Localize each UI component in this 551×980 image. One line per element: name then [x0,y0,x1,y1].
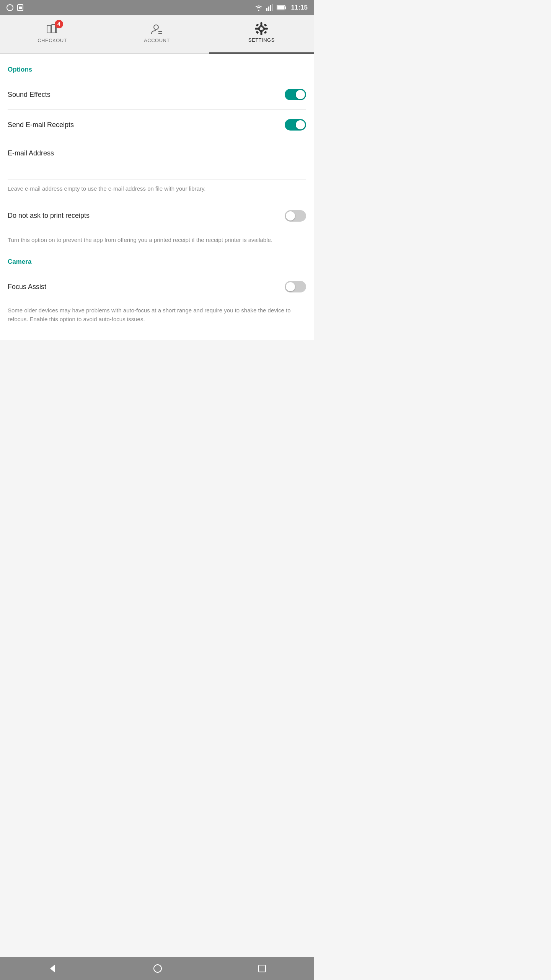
email-address-section: E-mail Address [8,140,306,160]
checkout-badge: 4 [55,20,63,28]
focus-assist-toggle[interactable] [285,281,306,292]
sim-icon [17,4,24,11]
send-email-receipts-toggle[interactable] [285,119,306,131]
settings-icon-container [254,22,268,36]
svg-rect-21 [261,33,262,35]
sound-effects-toggle[interactable] [285,89,306,100]
settings-content: Options Sound Effects Send E-mail Receip… [0,54,314,340]
focus-assist-row: Focus Assist [8,272,306,302]
email-helper-text: Leave e-mail address empty to use the e-… [8,180,306,201]
svg-rect-8 [285,7,286,9]
focus-assist-label: Focus Assist [8,283,46,291]
svg-rect-6 [272,4,273,11]
svg-rect-3 [266,8,267,11]
svg-rect-25 [264,24,267,26]
camera-section-header: Camera [8,258,306,266]
do-not-print-row: Do not ask to print receipts [8,201,306,231]
do-not-print-description: Turn this option on to prevent the app f… [8,231,306,252]
tab-account-label: ACCOUNT [144,38,170,43]
svg-rect-4 [268,7,269,11]
tab-account[interactable]: ACCOUNT [104,15,209,53]
tab-checkout-label: CHECKOUT [37,38,67,43]
focus-assist-description: Some older devices may have problems wit… [8,302,306,331]
status-left-icons [6,4,24,11]
send-email-receipts-row: Send E-mail Receipts [8,110,306,140]
status-time: 11:15 [291,4,308,11]
send-email-receipts-label: Send E-mail Receipts [8,121,74,129]
options-section-header: Options [8,66,306,74]
sound-effects-row: Sound Effects [8,80,306,110]
email-address-input[interactable] [8,163,306,173]
status-right-icons: 11:15 [254,4,308,11]
account-icon-container [150,22,164,36]
svg-rect-26 [256,31,259,34]
status-bar: 11:15 [0,0,314,15]
sound-effects-knob [296,90,305,99]
do-not-print-knob [286,211,295,220]
battery-icon [277,5,287,10]
svg-point-18 [259,27,263,31]
svg-point-15 [154,25,158,29]
tab-settings[interactable]: SETTINGS [209,15,314,54]
svg-rect-2 [19,7,22,9]
svg-rect-10 [47,25,51,33]
signal-bars-icon [266,4,274,11]
wifi-icon [254,4,263,11]
email-address-label: E-mail Address [8,149,54,157]
send-email-receipts-knob [296,120,305,129]
svg-rect-9 [277,6,284,10]
nav-bar: 4 CHECKOUT ACCOUNT [0,15,314,54]
checkout-icon-container: 4 [46,22,59,36]
svg-rect-23 [266,28,267,29]
sound-effects-label: Sound Effects [8,91,51,99]
do-not-print-toggle[interactable] [285,210,306,222]
signal-icon [6,4,14,11]
tab-settings-label: SETTINGS [248,37,275,43]
svg-rect-24 [256,24,259,26]
do-not-print-label: Do not ask to print receipts [8,212,90,220]
email-input-area [8,160,306,180]
svg-rect-27 [264,31,267,34]
tab-checkout[interactable]: 4 CHECKOUT [0,15,104,53]
svg-rect-20 [261,23,262,24]
svg-rect-22 [255,28,257,29]
svg-rect-5 [270,5,271,11]
focus-assist-knob [286,282,295,291]
svg-point-0 [7,5,13,11]
account-icon [150,22,164,36]
settings-icon [254,22,268,36]
